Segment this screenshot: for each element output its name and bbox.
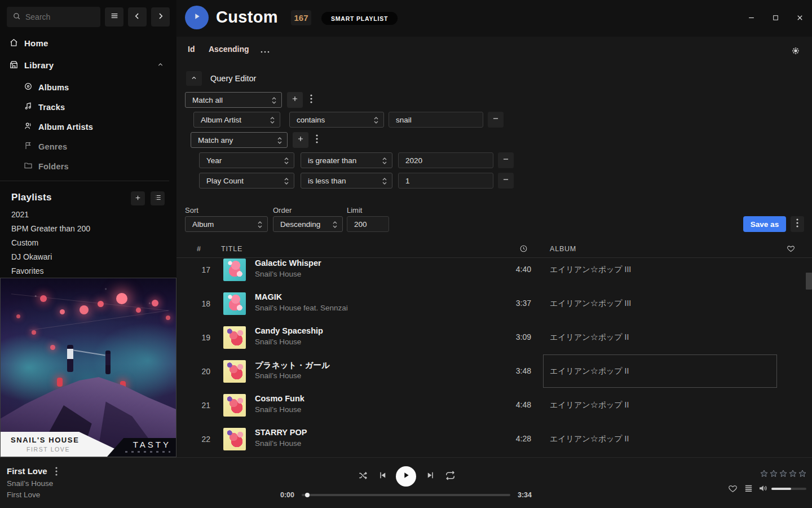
lantern [50,345,55,350]
close-button[interactable] [795,14,805,24]
artist-icon [24,121,33,132]
playlist-item-favorites[interactable]: Favorites [11,266,44,278]
playlist-item-bpm[interactable]: BPM Greater than 200 [11,224,90,235]
star-icon [788,469,797,478]
group1-menu-button[interactable] [307,92,315,108]
rating-stars[interactable] [760,469,807,478]
queue-button[interactable] [743,484,753,494]
rule-operator-select[interactable]: is less than [301,173,392,189]
favorite-button[interactable] [727,484,738,494]
more-options-button[interactable] [260,47,270,57]
search-input[interactable]: Search [7,7,100,27]
save-menu-button[interactable] [791,216,804,232]
play-playlist-button[interactable] [185,6,209,29]
column-album[interactable]: ALBUM [550,245,576,253]
repeat-button[interactable] [444,471,456,482]
maximize-button[interactable] [770,14,780,24]
sort-field-button[interactable]: Id [188,45,195,54]
main-content: Id Ascending Query Editor Match all Albu… [176,37,812,457]
sidebar-item-home[interactable]: Home [0,35,176,51]
playlist-item-dj-okawari[interactable]: DJ Okawari [11,252,52,264]
group2-menu-button[interactable] [313,132,321,148]
rule-value-input[interactable] [389,112,483,128]
music-note-icon [24,102,33,112]
sort-select[interactable]: Album [185,216,268,232]
rule-field-select[interactable]: Year [199,152,294,168]
limit-input[interactable] [347,216,389,232]
rule-value-input[interactable] [398,152,493,168]
volume-button[interactable] [758,484,768,494]
app-window: Search Home Library Albums Track [0,0,812,508]
rule-field-select[interactable]: Album Artist [193,112,280,128]
track-row[interactable]: 22 STARRY POP Snail’s House 4:28 エイリアン☆ポ… [176,422,812,456]
playlist-item-custom[interactable]: Custom [11,238,38,249]
rule-operator-select[interactable]: is greater than [301,152,392,168]
track-row[interactable]: 19 Candy Spaceship Snail’s House 3:09 エイ… [176,321,812,354]
order-select[interactable]: Descending [273,216,343,232]
lantern [80,305,89,314]
track-row[interactable]: 20 プラネット・ガール Snail’s House 3:48 エイリアン☆ポッ… [176,354,812,388]
lantern [32,330,36,335]
now-playing-artwork[interactable]: SNAIL'S HOUSE FIRST LOVE TASTY [0,278,176,457]
previous-track-button[interactable] [377,471,388,482]
column-title[interactable]: TITLE [221,245,242,253]
lantern [98,301,104,307]
sort-label: Sort [185,206,198,214]
match-any-select[interactable]: Match any [191,132,288,148]
label-logo-submarks [125,451,170,453]
minimize-button[interactable] [746,14,756,24]
back-button[interactable] [128,7,147,27]
lantern [136,308,141,313]
settings-button[interactable] [791,46,801,58]
playlist-item-2021[interactable]: 2021 [11,210,29,221]
playlist-list-button[interactable] [151,191,165,205]
query-editor-collapse-button[interactable] [186,71,202,86]
rule-value-input[interactable] [398,173,493,189]
sidebar-item-genres[interactable]: Genres [0,138,176,155]
save-as-button[interactable]: Save as [743,216,786,232]
forward-button[interactable] [151,7,170,27]
table-header: # TITLE ALBUM [176,240,812,258]
chevron-up-icon[interactable] [157,60,164,70]
smart-playlist-badge: SMART PLAYLIST [321,12,398,25]
add-rule-button-group1[interactable] [287,92,303,108]
player-bar: First Love Snail’s House First Love 0:00… [0,457,812,508]
lantern [152,300,158,306]
shuffle-button[interactable] [357,471,368,482]
artwork-title-text: FIRST LOVE [27,446,70,453]
sidebar-item-folders[interactable]: Folders [0,158,176,174]
track-row[interactable]: 17 Galactic Whisper Snail’s House 4:40 エ… [176,259,812,287]
sidebar-item-albums[interactable]: Albums [0,79,176,95]
sidebar-item-album-artists[interactable]: Album Artists [0,119,176,135]
sort-order-button[interactable]: Ascending [209,45,249,54]
rule-field-select[interactable]: Play Count [199,173,294,189]
track-art [223,259,246,281]
now-playing-menu-button[interactable] [55,467,58,476]
track-row[interactable]: 18 MAGIK Snail’s House feat. Sennzai 3:3… [176,287,812,321]
add-rule-button-group2[interactable] [293,132,308,148]
remove-rule-button[interactable] [498,173,514,189]
sidebar-item-tracks[interactable]: Tracks [0,99,176,115]
menu-button[interactable] [105,7,123,27]
plus-icon [291,95,299,105]
track-row[interactable]: 21 Cosmo Funk Snail’s House 4:48 エイリアン☆ポ… [176,388,812,422]
match-all-select[interactable]: Match all [185,92,282,108]
add-playlist-button[interactable] [131,191,145,205]
select-stepper-icon [271,97,277,106]
volume-slider[interactable] [771,488,806,490]
lantern [16,314,20,318]
remove-rule-button[interactable] [498,152,514,168]
next-track-button[interactable] [425,471,436,482]
play-pause-button[interactable] [396,466,416,487]
rule-operator-select[interactable]: contains [289,112,384,128]
hamburger-icon [110,11,119,23]
scrollbar-thumb[interactable] [806,273,812,290]
seek-knob[interactable] [305,493,310,497]
now-playing-album: First Love [7,491,40,499]
remove-rule-button[interactable] [488,112,504,128]
favorite-column-icon[interactable] [787,244,795,255]
duration-column-icon[interactable] [519,244,528,255]
seek-slider[interactable] [302,494,510,496]
track-art [223,428,246,450]
sidebar-item-library[interactable]: Library [0,57,176,73]
